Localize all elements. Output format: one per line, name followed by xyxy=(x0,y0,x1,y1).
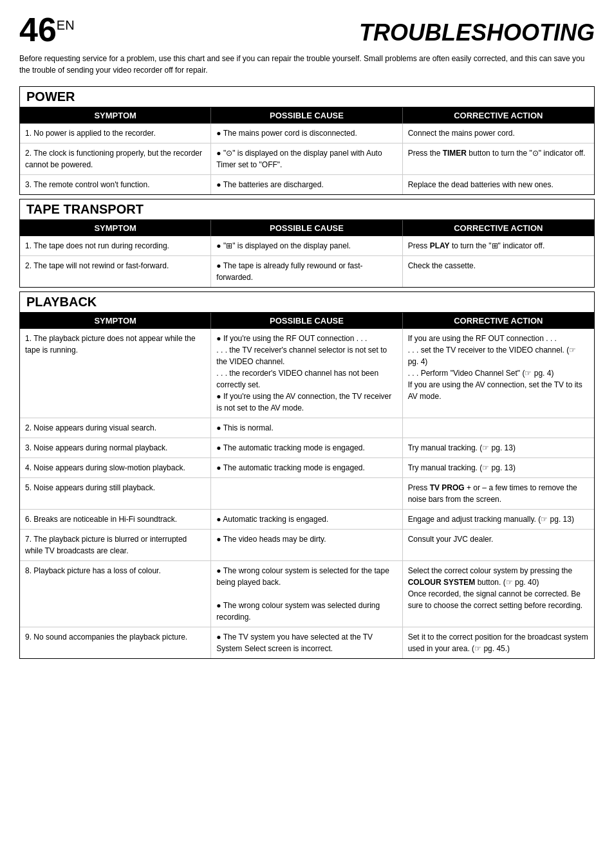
symptom-cell: 7. The playback picture is blurred or in… xyxy=(20,530,211,560)
table-header-tape-transport: SYMPTOMPOSSIBLE CAUSECORRECTIVE ACTION xyxy=(20,220,594,236)
cause-cell: ● The wrong colour system is selected fo… xyxy=(211,561,402,627)
symptom-cell: 4. Noise appears during slow-motion play… xyxy=(20,458,211,477)
table-row: 1. No power is applied to the recorder.●… xyxy=(20,124,594,143)
section-rows-tape-transport: 1. The tape does not run during recordin… xyxy=(20,236,594,287)
table-row: 3. The remote control won't function.● T… xyxy=(20,174,594,194)
action-cell: Select the correct colour system by pres… xyxy=(403,561,594,627)
table-row: 1. The tape does not run during recordin… xyxy=(20,236,594,255)
symptom-cell: 3. The remote control won't function. xyxy=(20,175,211,194)
action-cell: Engage and adjust tracking manually. (☞ … xyxy=(403,510,594,529)
action-cell: Consult your JVC dealer. xyxy=(403,530,594,560)
cause-cell: ● "⊙" is displayed on the display panel … xyxy=(211,143,402,174)
action-cell: Connect the mains power cord. xyxy=(403,124,594,143)
cause-cell: ● The automatic tracking mode is engaged… xyxy=(211,458,402,477)
symptom-cell: 1. The tape does not run during recordin… xyxy=(20,236,211,255)
cause-cell: ● If you're using the RF OUT connection … xyxy=(211,329,402,418)
symptom-cell: 2. Noise appears during visual search. xyxy=(20,418,211,438)
col-header: CORRECTIVE ACTION xyxy=(403,313,594,329)
page-header: 46EN TROUBLESHOOTING xyxy=(19,13,595,46)
cause-cell: ● The tape is already fully rewound or f… xyxy=(211,256,402,287)
cause-cell: ● The video heads may be dirty. xyxy=(211,530,402,560)
cause-cell: ● The mains power cord is disconnected. xyxy=(211,124,402,143)
cause-cell: ● Automatic tracking is engaged. xyxy=(211,510,402,529)
sections-container: POWERSYMPTOMPOSSIBLE CAUSECORRECTIVE ACT… xyxy=(19,86,595,659)
table-row: 7. The playback picture is blurred or in… xyxy=(20,529,594,560)
page-title: TROUBLESHOOTING xyxy=(359,13,595,46)
action-cell xyxy=(403,418,594,438)
table-row: 6. Breaks are noticeable in Hi-Fi soundt… xyxy=(20,509,594,529)
symptom-cell: 9. No sound accompanies the playback pic… xyxy=(20,627,211,658)
table-row: 9. No sound accompanies the playback pic… xyxy=(20,627,594,658)
symptom-cell: 2. The tape will not rewind or fast-forw… xyxy=(20,256,211,287)
table-row: 4. Noise appears during slow-motion play… xyxy=(20,457,594,477)
col-header: SYMPTOM xyxy=(20,107,211,124)
col-header: CORRECTIVE ACTION xyxy=(403,107,594,124)
cause-cell: ● "⊞" is displayed on the display panel. xyxy=(211,236,402,255)
table-row: 5. Noise appears during still playback.P… xyxy=(20,477,594,509)
action-cell: Try manual tracking. (☞ pg. 13) xyxy=(403,458,594,477)
page-number: 46EN xyxy=(19,13,75,46)
table-header-power: SYMPTOMPOSSIBLE CAUSECORRECTIVE ACTION xyxy=(20,107,594,124)
col-header: POSSIBLE CAUSE xyxy=(211,220,402,236)
section-title-playback: PLAYBACK xyxy=(20,292,594,313)
table-row: 8. Playback picture has a loss of colour… xyxy=(20,560,594,627)
table-row: 2. The tape will not rewind or fast-forw… xyxy=(20,255,594,287)
col-header: CORRECTIVE ACTION xyxy=(403,220,594,236)
symptom-cell: 6. Breaks are noticeable in Hi-Fi soundt… xyxy=(20,510,211,529)
section-tape-transport: TAPE TRANSPORTSYMPTOMPOSSIBLE CAUSECORRE… xyxy=(19,199,595,288)
section-power: POWERSYMPTOMPOSSIBLE CAUSECORRECTIVE ACT… xyxy=(19,86,595,195)
symptom-cell: 1. The playback picture does not appear … xyxy=(20,329,211,418)
intro-text: Before requesting service for a problem,… xyxy=(19,53,595,76)
table-header-playback: SYMPTOMPOSSIBLE CAUSECORRECTIVE ACTION xyxy=(20,313,594,329)
section-title-tape-transport: TAPE TRANSPORT xyxy=(20,199,594,220)
action-cell: Set it to the correct position for the b… xyxy=(403,627,594,658)
action-cell: Press TV PROG + or – a few times to remo… xyxy=(403,478,594,509)
symptom-cell: 3. Noise appears during normal playback. xyxy=(20,438,211,457)
cause-cell: ● The batteries are discharged. xyxy=(211,175,402,194)
section-playback: PLAYBACKSYMPTOMPOSSIBLE CAUSECORRECTIVE … xyxy=(19,291,595,659)
cause-cell xyxy=(211,478,402,509)
cause-cell: ● The TV system you have selected at the… xyxy=(211,627,402,658)
table-row: 2. The clock is functioning properly, bu… xyxy=(20,143,594,174)
symptom-cell: 1. No power is applied to the recorder. xyxy=(20,124,211,143)
table-row: 2. Noise appears during visual search.● … xyxy=(20,418,594,438)
cause-cell: ● This is normal. xyxy=(211,418,402,438)
action-cell: Press the TIMER button to turn the "⊙" i… xyxy=(403,143,594,174)
table-row: 1. The playback picture does not appear … xyxy=(20,329,594,418)
cause-cell: ● The automatic tracking mode is engaged… xyxy=(211,438,402,457)
section-title-power: POWER xyxy=(20,87,594,107)
symptom-cell: 8. Playback picture has a loss of colour… xyxy=(20,561,211,627)
col-header: POSSIBLE CAUSE xyxy=(211,313,402,329)
col-header: POSSIBLE CAUSE xyxy=(211,107,402,124)
action-cell: Press PLAY to turn the "⊞" indicator off… xyxy=(403,236,594,255)
action-cell: Replace the dead batteries with new ones… xyxy=(403,175,594,194)
section-rows-power: 1. No power is applied to the recorder.●… xyxy=(20,124,594,194)
col-header: SYMPTOM xyxy=(20,313,211,329)
action-cell: Try manual tracking. (☞ pg. 13) xyxy=(403,438,594,457)
col-header: SYMPTOM xyxy=(20,220,211,236)
symptom-cell: 5. Noise appears during still playback. xyxy=(20,478,211,509)
table-row: 3. Noise appears during normal playback.… xyxy=(20,438,594,457)
symptom-cell: 2. The clock is functioning properly, bu… xyxy=(20,143,211,174)
section-rows-playback: 1. The playback picture does not appear … xyxy=(20,329,594,658)
action-cell: Check the cassette. xyxy=(403,256,594,287)
action-cell: If you are using the RF OUT connection .… xyxy=(403,329,594,418)
